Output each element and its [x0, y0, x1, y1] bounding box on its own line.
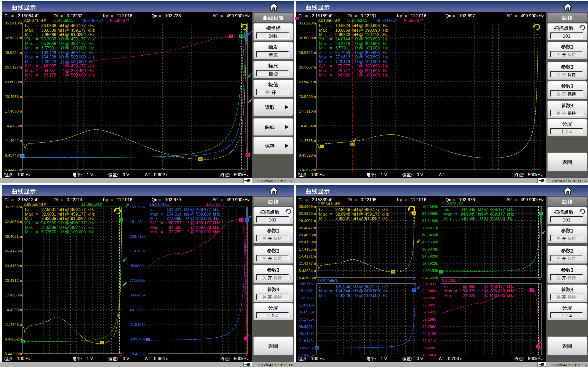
svg-text:m: m — [147, 338, 149, 342]
svg-text:M: M — [413, 288, 416, 292]
svg-text:m: m — [440, 270, 442, 274]
svg-text:m: m — [199, 157, 202, 161]
svg-text:m: m — [537, 345, 539, 349]
svg-text:m: m — [315, 346, 318, 350]
svg-text:M: M — [120, 218, 122, 222]
svg-text:m: m — [296, 17, 299, 20]
svg-text:m: m — [100, 341, 103, 344]
svg-text:M: M — [246, 218, 248, 222]
svg-text:M: M — [245, 35, 247, 38]
svg-text:m: m — [21, 154, 24, 158]
svg-text:M: M — [240, 35, 243, 38]
svg-text:m: m — [392, 270, 394, 274]
svg-text:M: M — [351, 143, 354, 147]
svg-text:m: m — [321, 145, 323, 149]
svg-text:m: m — [21, 340, 24, 344]
svg-text:M: M — [530, 288, 533, 292]
svg-text:M: M — [240, 218, 243, 222]
svg-text:M: M — [230, 35, 232, 38]
svg-text:M: M — [540, 212, 542, 215]
svg-text:m: m — [246, 153, 249, 157]
